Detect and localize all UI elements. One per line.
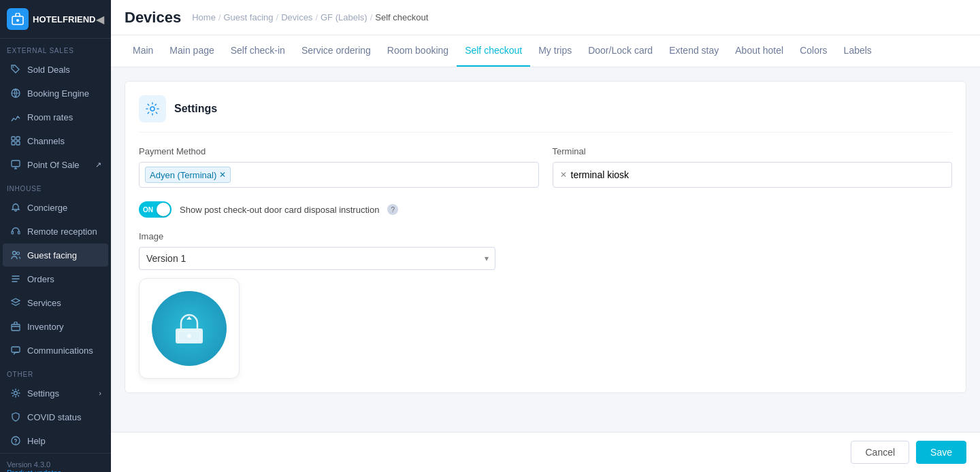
tag-icon [10, 63, 22, 75]
sidebar-item-channels[interactable]: Channels [3, 129, 108, 152]
sidebar-item-label: COVID status [27, 412, 81, 422]
product-updates-link[interactable]: Product updates [7, 469, 104, 472]
sidebar-item-help[interactable]: Help [3, 429, 108, 452]
version-select[interactable]: Version 1 Version 2 Version 3 [139, 247, 495, 270]
terminal-value: terminal kiosk [571, 169, 630, 180]
tab-self-check-in[interactable]: Self check-in [223, 35, 293, 67]
sidebar-item-communications[interactable]: Communications [3, 339, 108, 362]
image-preview [139, 278, 240, 379]
card-title: Settings [174, 103, 217, 115]
image-label: Image [139, 231, 952, 241]
sidebar-section-label: INHOUSE [0, 177, 111, 195]
svg-point-18 [150, 107, 154, 111]
toggle-description: Show post check-out door card disposal i… [180, 205, 379, 215]
sidebar-item-covid-status[interactable]: COVID status [3, 405, 108, 428]
sidebar-item-orders[interactable]: Orders [3, 267, 108, 290]
tab-main-page[interactable]: Main page [161, 35, 222, 67]
page-content: Settings Payment Method Adyen (Terminal)… [111, 67, 980, 432]
tab-main[interactable]: Main [125, 35, 161, 67]
sidebar-logo: HOTELFRIEND ◀ [0, 0, 111, 39]
sidebar-item-label: Channels [27, 136, 65, 146]
external-link-icon: ↗ [95, 161, 101, 169]
payment-method-label: Payment Method [139, 146, 539, 156]
svg-rect-4 [12, 137, 15, 140]
sidebar-item-label: Inventory [27, 322, 63, 332]
toggle-switch[interactable]: ON [139, 201, 172, 218]
breadcrumb-devices[interactable]: Devices [281, 12, 312, 22]
terminal-input: ✕ terminal kiosk [553, 162, 953, 188]
sidebar-section-external-sales: EXTERNAL SALES Sold Deals Booking Engine… [0, 39, 111, 177]
tab-about-hotel[interactable]: About hotel [727, 35, 791, 67]
terminal-remove-icon[interactable]: ✕ [560, 170, 567, 180]
chevron-right-icon: › [99, 389, 101, 397]
tab-extend-stay[interactable]: Extend stay [661, 35, 727, 67]
gear-icon [10, 387, 22, 399]
tag-remove-icon[interactable]: ✕ [219, 170, 226, 180]
sidebar-item-settings[interactable]: Settings › [3, 382, 108, 405]
breadcrumb-gf-labels[interactable]: GF (Labels) [321, 12, 368, 22]
sidebar-item-room-rates[interactable]: Room rates [3, 105, 108, 129]
sidebar-item-services[interactable]: Services [3, 291, 108, 314]
payment-method-input[interactable]: Adyen (Terminal) ✕ [139, 162, 539, 188]
sidebar-item-inventory[interactable]: Inventory [3, 315, 108, 338]
sidebar-item-sold-deals[interactable]: Sold Deals [3, 58, 108, 81]
sidebar-item-guest-facing[interactable]: Guest facing [3, 243, 108, 267]
sidebar-item-label: Remote reception [27, 226, 97, 237]
shield-icon [10, 411, 22, 423]
sidebar-item-point-of-sale[interactable]: Point Of Sale ↗ [3, 153, 108, 176]
sidebar-item-booking-engine[interactable]: Booking Engine [3, 82, 108, 105]
list-icon [10, 273, 22, 285]
sidebar-item-label: Point Of Sale [27, 160, 80, 170]
globe-icon [10, 87, 22, 99]
monitor-icon [10, 158, 22, 171]
sidebar-item-label: Orders [27, 274, 54, 284]
sidebar-toggle-icon[interactable]: ◀ [96, 13, 104, 26]
sidebar-item-label: Concierge [27, 203, 67, 213]
help-tooltip-icon[interactable]: ? [387, 204, 398, 215]
svg-rect-5 [16, 137, 20, 140]
tab-colors[interactable]: Colors [791, 35, 835, 67]
sidebar-item-concierge[interactable]: Concierge [3, 196, 108, 219]
bell-icon [10, 201, 22, 214]
terminal-label: Terminal [553, 146, 953, 156]
message-icon [10, 344, 22, 356]
tab-self-checkout[interactable]: Self checkout [457, 35, 530, 67]
page-header: Devices Home / Guest facing / Devices / … [111, 0, 980, 35]
sidebar-section-other: OTHER Settings › COVID status Help [0, 363, 111, 453]
svg-rect-7 [16, 141, 20, 145]
sidebar-item-remote-reception[interactable]: Remote reception [3, 220, 108, 243]
page-title: Devices [125, 9, 181, 27]
tab-labels[interactable]: Labels [836, 35, 880, 67]
payment-method-tag: Adyen (Terminal) ✕ [145, 167, 231, 183]
sidebar-item-label: Booking Engine [27, 88, 89, 99]
settings-icon [145, 101, 160, 116]
tab-door-lock-card[interactable]: Door/Lock card [580, 35, 661, 67]
toggle-row: ON Show post check-out door card disposa… [139, 201, 952, 218]
image-section: Image Version 1 Version 2 Version 3 ▾ [139, 231, 952, 379]
app-version: Version 4.3.0 [7, 460, 104, 469]
sidebar-item-label: Communications [27, 345, 93, 356]
users-icon [10, 249, 22, 261]
tab-room-booking[interactable]: Room booking [379, 35, 457, 67]
page-footer: Cancel Save [111, 432, 980, 472]
app-logo-icon [7, 8, 29, 30]
breadcrumb-current: Self checkout [375, 12, 428, 22]
tab-bar: Main Main page Self check-in Service ord… [111, 35, 980, 67]
cancel-button[interactable]: Cancel [851, 441, 909, 464]
grid-icon [10, 135, 22, 147]
svg-rect-13 [12, 324, 20, 331]
svg-rect-14 [12, 347, 20, 352]
save-button[interactable]: Save [916, 441, 966, 464]
breadcrumb-home[interactable]: Home [192, 12, 216, 22]
sidebar-item-label: Room rates [27, 112, 73, 122]
sidebar-section-label: OTHER [0, 363, 111, 381]
app-name: HOTELFRIEND [33, 14, 95, 24]
sidebar-item-label: Help [27, 436, 46, 446]
help-icon [10, 435, 22, 447]
payment-method-group: Payment Method Adyen (Terminal) ✕ [139, 146, 539, 188]
tab-my-trips[interactable]: My trips [530, 35, 580, 67]
toggle-on-label: ON [143, 206, 153, 214]
tab-service-ordering[interactable]: Service ordering [293, 35, 379, 67]
sidebar-item-label: Settings [27, 388, 59, 399]
breadcrumb-guest-facing[interactable]: Guest facing [224, 12, 274, 22]
